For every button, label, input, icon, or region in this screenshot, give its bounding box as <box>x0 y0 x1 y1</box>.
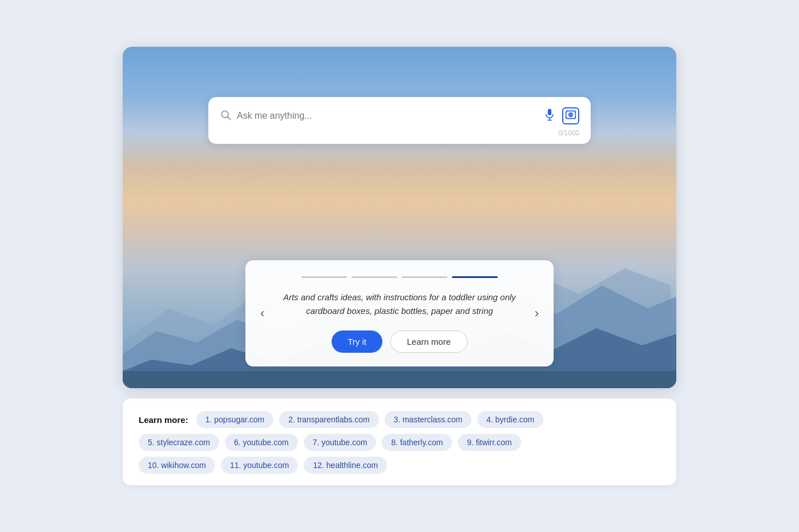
suggestion-buttons: Try it Learn more <box>264 331 535 353</box>
progress-dot-1 <box>301 276 347 278</box>
learn-more-section: Learn more: 1. popsugar.com 2. transpare… <box>123 398 676 485</box>
suggestion-text: Arts and crafts ideas, with instructions… <box>264 291 535 318</box>
learn-more-row-3: 10. wikihow.com 11. youtube.com 12. heal… <box>139 457 660 474</box>
microphone-icon[interactable] <box>544 108 555 124</box>
progress-dot-3 <box>402 276 447 278</box>
main-container: 0/1000 ‹ Arts and crafts ideas, with ins… <box>123 47 676 485</box>
source-9[interactable]: 9. fitwirr.com <box>458 434 521 451</box>
source-11[interactable]: 11. youtube.com <box>221 457 298 474</box>
svg-rect-6 <box>548 108 551 115</box>
search-icon <box>220 109 231 123</box>
source-3[interactable]: 3. masterclass.com <box>385 411 472 428</box>
source-12[interactable]: 12. healthline.com <box>304 457 387 474</box>
search-input[interactable] <box>237 111 538 121</box>
source-8[interactable]: 8. fatherly.com <box>382 434 452 451</box>
source-4[interactable]: 4. byrdie.com <box>477 411 543 428</box>
prev-arrow[interactable]: ‹ <box>256 304 269 323</box>
search-box: 0/1000 <box>208 97 591 144</box>
char-count: 0/1000 <box>220 129 579 137</box>
source-10[interactable]: 10. wikihow.com <box>139 457 215 474</box>
learn-more-label: Learn more: <box>139 415 188 425</box>
learn-more-row-2: 5. stylecraze.com 6. youtube.com 7. yout… <box>139 434 660 451</box>
source-2[interactable]: 2. transparentlabs.com <box>279 411 378 428</box>
source-1[interactable]: 1. popsugar.com <box>196 411 274 428</box>
source-6[interactable]: 6. youtube.com <box>225 434 298 451</box>
svg-line-5 <box>228 116 231 119</box>
svg-point-11 <box>570 114 572 116</box>
learn-more-button[interactable]: Learn more <box>390 331 467 353</box>
progress-dot-2 <box>352 276 397 278</box>
learn-more-row-1: Learn more: 1. popsugar.com 2. transpare… <box>139 411 660 428</box>
try-it-button[interactable]: Try it <box>332 331 382 353</box>
progress-indicator <box>264 276 535 278</box>
hero-card: 0/1000 ‹ Arts and crafts ideas, with ins… <box>123 47 676 388</box>
source-7[interactable]: 7. youtube.com <box>304 434 377 451</box>
svg-rect-3 <box>123 371 676 388</box>
source-5[interactable]: 5. stylecraze.com <box>139 434 219 451</box>
suggestion-card: ‹ Arts and crafts ideas, with instructio… <box>245 260 554 366</box>
progress-dot-4 <box>452 276 498 278</box>
camera-icon[interactable] <box>562 107 579 124</box>
next-arrow[interactable]: › <box>530 304 543 323</box>
